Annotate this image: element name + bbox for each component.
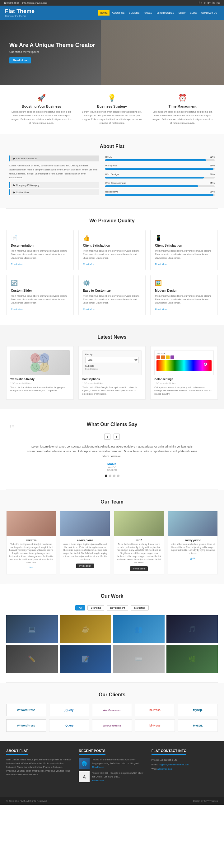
svg-rect-5 — [40, 353, 49, 363]
prev-arrow[interactable]: ‹ — [104, 434, 110, 440]
footer-contact-title: FLAT CONTACT INFO — [152, 749, 187, 755]
skill-responsive: Responsive99% — [105, 190, 215, 196]
team-member-1: ατεπτεs To be the best ipsum at simply i… — [6, 511, 56, 575]
footer-post-1-link[interactable]: Read More — [92, 766, 104, 769]
work-item-7[interactable]: ⌨️ — [113, 645, 165, 673]
pinterest-icon[interactable]: p — [204, 1, 206, 4]
footer-post-2-link[interactable]: Read More — [92, 779, 104, 782]
quality-card-3: 📱 Client Satisfaction Proin maximus tell… — [150, 230, 218, 270]
work-section: Our Work All Branding Development Market… — [0, 584, 224, 682]
about-tab-vision[interactable]: ▶ Vision and Mission — [9, 155, 99, 161]
nav-contact[interactable]: CONTACT US — [199, 10, 219, 16]
team-member-2-name: εαστγ ρισύε — [60, 539, 110, 542]
dot-2[interactable] — [109, 474, 111, 477]
client-woo-1: WooCommerce — [92, 704, 132, 716]
hero-button[interactable]: Read More — [9, 57, 31, 63]
footer-posts-title: RECENT POSTS — [79, 749, 105, 755]
team-member-3-name: εασδ — [114, 539, 164, 542]
skill-webdesign: Web Design90% — [105, 173, 215, 179]
linkedin-icon[interactable]: in — [213, 1, 215, 4]
skill-html-percent: 92% — [210, 155, 215, 158]
work-item-4[interactable]: 🎵 — [166, 615, 218, 643]
nav-shop[interactable]: SHOP — [177, 10, 188, 16]
news-title: Latest News — [6, 334, 218, 340]
work-item-8[interactable]: 🌿 — [166, 645, 218, 673]
team-member-4-name: εαστγ ρισύε — [168, 539, 218, 542]
footer-url-link[interactable]: allthemes.com — [157, 768, 172, 770]
quality-card-3-link[interactable]: Read More — [155, 263, 167, 266]
quality-card-1-link[interactable]: Read More — [11, 263, 23, 266]
news-grid: Translation-Ready 12 Comments 0 Likes Te… — [6, 346, 218, 400]
work-item-5[interactable]: ✏️ — [6, 645, 58, 673]
feature-3-text: Lorem ipsum dolor sit amet consectetur a… — [152, 110, 214, 125]
quality-card-4-title: Custom Slider — [11, 289, 69, 292]
dot-4[interactable] — [117, 474, 120, 477]
filter-marketing[interactable]: Marketing — [131, 605, 149, 611]
about-tab-company[interactable]: ▶ Company Philosophy — [9, 182, 99, 188]
quality-card-4-link[interactable]: Read More — [11, 308, 23, 311]
team-member-2-photo — [60, 511, 110, 536]
team-grid: ατεπτεs To be the best ipsum at simply i… — [6, 511, 218, 575]
color-gradient[interactable] — [157, 360, 212, 371]
rss-icon[interactable]: rss — [217, 1, 220, 4]
quality-card-4-text: Proin maximus tellus libero, eu varius c… — [11, 294, 69, 305]
topbar: 12-0000-6666 info@themename.com f t p g+… — [0, 0, 224, 6]
quality-card-6-text: Proin maximus tellus libero, eu varius c… — [155, 294, 213, 305]
quality-card-2-text: Proin maximus tellus libero, eu varius c… — [83, 249, 141, 260]
color-hex-label: #4124s3 — [157, 352, 212, 354]
dot-1[interactable] — [105, 474, 107, 477]
feature-1: 🚀 Boosting Your Business Lorem ipsum dol… — [10, 94, 72, 125]
about-content: ▶ Vision and Mission Lorem ipsum dolor s… — [9, 155, 215, 199]
lightbulb-icon: 💡 — [81, 94, 143, 102]
nav-home[interactable]: HOME — [98, 10, 109, 16]
dot-3[interactable] — [113, 474, 116, 477]
quality-card-6-link[interactable]: Read More — [155, 308, 167, 311]
clients-section: Our Clients W WordPress jQuery WooCommer… — [0, 683, 224, 741]
filter-branding[interactable]: Branding — [88, 605, 104, 611]
feature-2: 💡 Business Strategy Lorem ipsum dolor si… — [81, 94, 143, 125]
clients-grid: W WordPress jQuery WooCommerce bi-Press … — [6, 704, 218, 732]
footer-email-link[interactable]: support@flatthemename.com — [159, 763, 189, 766]
quote-mark: " — [9, 422, 14, 436]
feature-1-title: Boosting Your Business — [10, 104, 72, 108]
about-tab-spider[interactable]: ▶ Spider Man — [9, 189, 99, 195]
nav-about[interactable]: ABOUT US — [110, 10, 127, 16]
work-item-2[interactable]: ☕ — [60, 615, 111, 643]
news-card-1: Translation-Ready 12 Comments 0 Likes Te… — [6, 346, 74, 400]
facebook-icon[interactable]: f — [199, 1, 200, 4]
work-item-3[interactable]: 👥 — [113, 615, 165, 643]
header: Flat Theme Demo of the theme HOME ABOUT … — [0, 6, 224, 20]
news-card-2-meta: 12 Comments 0 Likes — [83, 382, 142, 384]
news-card-1-title: Translation-Ready — [10, 377, 70, 381]
news-card-2-image: Family Lato Subsets Font Options — [83, 350, 142, 375]
quality-card-5-title: Easy to Customize — [83, 289, 141, 292]
filter-all[interactable]: All — [75, 605, 85, 611]
filter-development[interactable]: Development — [107, 605, 128, 611]
team-member-3-profile-btn[interactable]: Profile buufi — [130, 566, 148, 571]
work-item-6[interactable]: 📝 — [60, 645, 111, 673]
next-arrow[interactable]: › — [114, 434, 120, 440]
quality-card-6: 🖼️ Modern Design Proin maximus tellus li… — [150, 275, 218, 315]
nav-shortcodes[interactable]: SHORTCODES — [155, 10, 176, 16]
google-plus-icon[interactable]: g+ — [207, 1, 211, 4]
font-family-select[interactable]: Lato — [85, 357, 139, 363]
quality-card-3-title: Client Satisfaction — [155, 244, 213, 247]
news-card-2-title: Font Options — [83, 377, 142, 381]
footer-contact-info: Phone: 1 (630) 555-0149 Email: support@f… — [152, 758, 218, 771]
twitter-icon[interactable]: t — [201, 1, 202, 4]
team-member-2-profile-btn[interactable]: Profile buufi — [76, 563, 94, 568]
nav-pages[interactable]: PAGES — [142, 10, 154, 16]
quality-card-5-link[interactable]: Read More — [83, 308, 96, 311]
work-item-1[interactable]: 💻 — [6, 615, 58, 643]
testimonial-quote: Lorem ipsum dolor sit amet, consectetur … — [27, 444, 197, 459]
nav-sliders[interactable]: SLIDERS — [127, 10, 141, 16]
work-grid: 💻 ☕ 👥 🎵 ✏️ 📝 ⌨️ 🌿 — [6, 615, 218, 673]
quality-card-5-text: Proin maximus tellus libero, eu varius c… — [83, 294, 141, 305]
team-title: Our Team — [6, 499, 218, 505]
skill-html: HTML92% — [105, 155, 215, 161]
footer-email: Email: support@flatthemename.com — [152, 763, 218, 767]
nav-blog[interactable]: BLOG — [188, 10, 199, 16]
quality-card-2-link[interactable]: Read More — [83, 263, 96, 266]
client-wordpress-1: W WordPress — [6, 704, 46, 716]
hero-content: We Are A Unique Theme Creator Undefined … — [9, 42, 95, 63]
